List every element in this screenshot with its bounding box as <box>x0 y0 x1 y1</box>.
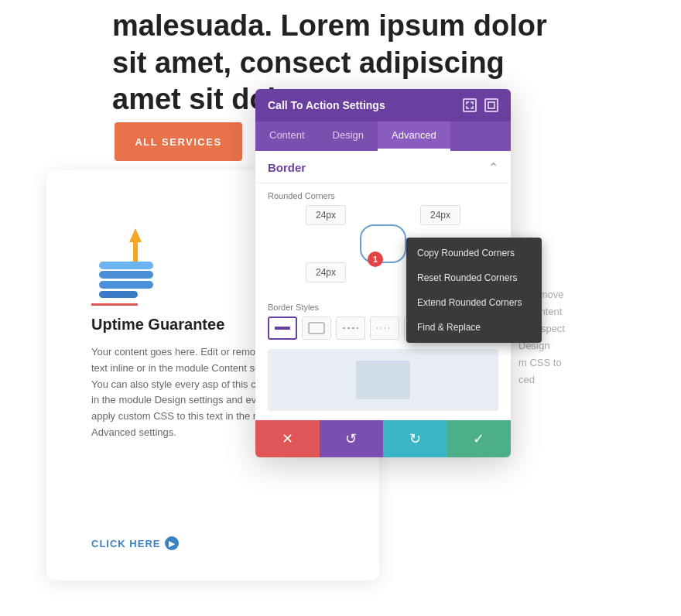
panel-header: Call To Action Settings <box>255 89 511 121</box>
svg-rect-7 <box>309 323 324 334</box>
click-here-label: CLICK HERE <box>91 538 160 549</box>
uptime-heading: Uptime Guarantee <box>91 316 224 334</box>
all-services-button[interactable]: ALL SERVICES <box>115 122 242 161</box>
panel-actions: ✕ ↺ ↻ ✓ <box>255 420 511 457</box>
svg-rect-6 <box>275 327 290 330</box>
border-section-toggle[interactable]: ⌃ <box>488 160 498 175</box>
corner-tl-input[interactable] <box>306 205 346 225</box>
svg-rect-4 <box>99 262 153 269</box>
context-menu: Copy Rounded Corners Reset Rounded Corne… <box>406 238 542 343</box>
click-here-arrow-icon: ▶ <box>165 536 179 550</box>
panel-header-icons <box>463 98 498 112</box>
svg-rect-2 <box>99 281 153 289</box>
page-wrapper: malesuada. Lorem ipsum dolor sit amet, c… <box>0 0 681 616</box>
context-extend-rounded-corners[interactable]: Extend Rounded Corners <box>406 290 542 315</box>
svg-rect-5 <box>488 102 494 108</box>
red-underline <box>91 303 138 306</box>
border-section-title: Border <box>268 161 306 174</box>
tab-design[interactable]: Design <box>319 121 378 151</box>
svg-rect-1 <box>99 271 153 279</box>
corner-preview <box>360 224 406 263</box>
svg-rect-3 <box>99 291 138 298</box>
stack-icon-illustration <box>91 228 169 298</box>
context-copy-rounded-corners[interactable]: Copy Rounded Corners <box>406 241 542 265</box>
panel-body: Border ⌃ Rounded Corners Copy Rounded Co… <box>255 151 511 420</box>
color-preview-box[interactable] <box>268 349 498 411</box>
rounded-corners-label: Rounded Corners <box>255 183 511 205</box>
border-dotted-option[interactable] <box>370 317 399 340</box>
context-reset-rounded-corners[interactable]: Reset Rounded Corners <box>406 265 542 290</box>
click-here-link[interactable]: CLICK HERE ▶ <box>91 536 179 550</box>
border-solid-option[interactable] <box>268 317 297 340</box>
border-section-header: Border ⌃ <box>255 151 511 183</box>
border-dashed-option[interactable] <box>336 317 365 340</box>
corner-bl-input[interactable] <box>306 262 346 282</box>
cancel-button[interactable]: ✕ <box>255 420 320 457</box>
panel-close-icon[interactable] <box>484 98 498 112</box>
corner-tr-input[interactable] <box>420 205 460 225</box>
tab-content[interactable]: Content <box>255 121 319 151</box>
context-find-replace[interactable]: Find & Replace <box>406 315 542 340</box>
panel-expand-icon[interactable] <box>463 98 477 112</box>
color-swatch <box>356 361 410 399</box>
tab-advanced[interactable]: Advanced <box>378 121 450 151</box>
color-preview-section <box>255 349 511 420</box>
settings-panel: Call To Action Settings Content Design A… <box>255 89 511 457</box>
undo-button[interactable]: ↺ <box>320 420 384 457</box>
save-button[interactable]: ✓ <box>447 420 512 457</box>
panel-title: Call To Action Settings <box>268 99 385 111</box>
panel-tabs: Content Design Advanced <box>255 121 511 151</box>
red-badge: 1 <box>368 252 383 267</box>
redo-button[interactable]: ↻ <box>383 420 447 457</box>
border-outline-option[interactable] <box>302 317 331 340</box>
